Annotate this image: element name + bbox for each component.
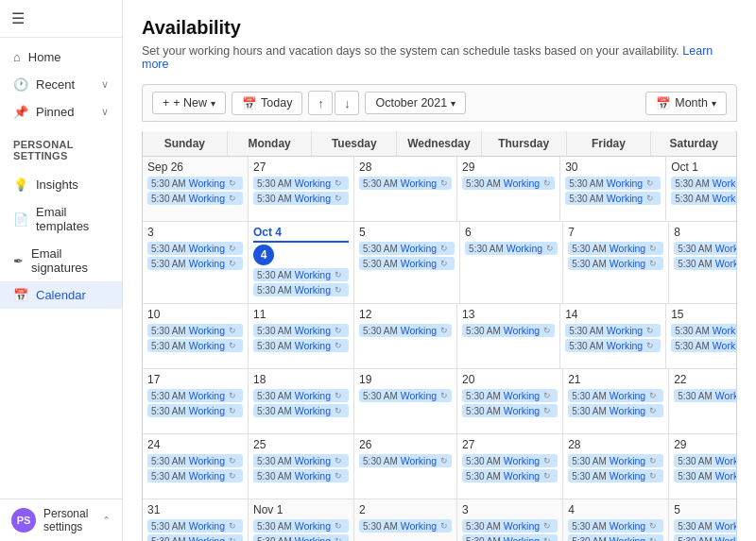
calendar-cell[interactable]: 175:30 AMWorking↻5:30 AMWorking↻ [143, 369, 249, 433]
calendar-cell[interactable]: 295:30 AMWorking↻ [457, 157, 560, 221]
working-slot[interactable]: 5:30 AMWorking↻ [359, 242, 455, 255]
calendar-cell[interactable]: 65:30 AMWorking↻ [460, 222, 563, 303]
working-slot[interactable]: 5:30 AMWorking↻ [462, 177, 555, 190]
working-slot[interactable]: 5:30 AMWorking↻ [147, 389, 243, 402]
working-slot[interactable]: 5:30 AMWorking↻ [674, 242, 737, 255]
calendar-cell[interactable]: 125:30 AMWorking↻ [354, 304, 457, 368]
calendar-cell[interactable]: 55:30 AMWorking↻5:30 AMWorking↻ [354, 222, 460, 303]
calendar-cell[interactable]: 215:30 AMWorking↻5:30 AMWorking↻ [563, 369, 669, 433]
calendar-cell[interactable]: 105:30 AMWorking↻5:30 AMWorking↻ [143, 304, 249, 368]
working-slot[interactable]: 5:30 AMWorking↻ [674, 454, 737, 467]
working-slot[interactable]: 5:30 AMWorking↻ [674, 519, 737, 533]
calendar-cell[interactable]: Nov 15:30 AMWorking↻5:30 AMWorking↻ [249, 499, 354, 541]
next-button[interactable]: ↓ [335, 91, 359, 115]
working-slot[interactable]: 5:30 AMWorking↻ [253, 389, 349, 402]
working-slot[interactable]: 5:30 AMWorking↻ [359, 389, 452, 402]
prev-button[interactable]: ↑ [308, 91, 333, 115]
working-slot[interactable]: 5:30 AMWorking↻ [147, 324, 243, 337]
working-slot[interactable]: 5:30 AMWorking↻ [671, 324, 737, 337]
working-slot[interactable]: 5:30 AMWorking↻ [253, 339, 349, 352]
working-slot[interactable]: 5:30 AMWorking↻ [359, 519, 452, 533]
working-slot[interactable]: 5:30 AMWorking↻ [568, 519, 663, 533]
working-slot[interactable]: 5:30 AMWorking↻ [462, 324, 555, 337]
working-slot[interactable]: 5:30 AMWorking↻ [674, 257, 737, 270]
sidebar-item-recent[interactable]: 🕐 Recent ∨ [0, 71, 122, 98]
working-slot[interactable]: 5:30 AMWorking↻ [462, 389, 558, 402]
working-slot[interactable]: 5:30 AMWorking↻ [568, 389, 663, 402]
calendar-cell[interactable]: 205:30 AMWorking↻5:30 AMWorking↻ [457, 369, 563, 433]
working-slot[interactable]: 5:30 AMWorking↻ [359, 177, 452, 190]
new-button[interactable]: + + New ▾ [152, 92, 226, 114]
working-slot[interactable]: 5:30 AMWorking↻ [147, 519, 243, 533]
working-slot[interactable]: 5:30 AMWorking↻ [462, 534, 558, 541]
working-slot[interactable]: 5:30 AMWorking↻ [568, 257, 663, 270]
calendar-cell[interactable]: 35:30 AMWorking↻5:30 AMWorking↻ [457, 499, 563, 541]
working-slot[interactable]: 5:30 AMWorking↻ [674, 389, 737, 402]
calendar-cell[interactable]: 145:30 AMWorking↻5:30 AMWorking↻ [560, 304, 666, 368]
working-slot[interactable]: 5:30 AMWorking↻ [565, 339, 661, 352]
working-slot[interactable]: 5:30 AMWorking↻ [462, 404, 558, 417]
working-slot[interactable]: 5:30 AMWorking↻ [462, 454, 558, 467]
hamburger-icon[interactable]: ☰ [11, 10, 25, 26]
working-slot[interactable]: 5:30 AMWorking↻ [565, 192, 661, 205]
calendar-cell[interactable]: 225:30 AMWorking↻ [669, 369, 737, 433]
working-slot[interactable]: 5:30 AMWorking↻ [671, 339, 737, 352]
working-slot[interactable]: 5:30 AMWorking↻ [359, 454, 452, 467]
working-slot[interactable]: 5:30 AMWorking↻ [462, 519, 558, 533]
calendar-cell[interactable]: 275:30 AMWorking↻5:30 AMWorking↻ [457, 434, 563, 499]
working-slot[interactable]: 5:30 AMWorking↻ [462, 469, 558, 482]
calendar-cell[interactable]: 25:30 AMWorking↻ [354, 499, 457, 541]
working-slot[interactable]: 5:30 AMWorking↻ [568, 454, 663, 467]
calendar-cell[interactable]: 245:30 AMWorking↻5:30 AMWorking↻ [143, 434, 249, 499]
calendar-cell[interactable]: Sep 265:30 AMWorking↻5:30 AMWorking↻ [143, 157, 249, 221]
working-slot[interactable]: 5:30 AMWorking↻ [253, 534, 349, 541]
calendar-cell[interactable]: 55:30 AMWorking↻5:30 AMWorking↻ [669, 499, 737, 541]
working-slot[interactable]: 5:30 AMWorking↻ [674, 469, 737, 482]
working-slot[interactable]: 5:30 AMWorking↻ [565, 324, 661, 337]
working-slot[interactable]: 5:30 AMWorking↻ [147, 257, 243, 270]
today-button[interactable]: 📅 Today [232, 92, 302, 115]
calendar-cell[interactable]: 275:30 AMWorking↻5:30 AMWorking↻ [249, 157, 354, 221]
calendar-cell[interactable]: 155:30 AMWorking↻5:30 AMWorking↻ [666, 304, 737, 368]
working-slot[interactable]: 5:30 AMWorking↻ [253, 454, 349, 467]
working-slot[interactable]: 5:30 AMWorking↻ [674, 534, 737, 541]
working-slot[interactable]: 5:30 AMWorking↻ [568, 404, 663, 417]
working-slot[interactable]: 5:30 AMWorking↻ [147, 192, 243, 205]
working-slot[interactable]: 5:30 AMWorking↻ [253, 469, 349, 482]
working-slot[interactable]: 5:30 AMWorking↻ [253, 268, 349, 281]
sidebar-item-home[interactable]: ⌂ Home [0, 43, 122, 71]
working-slot[interactable]: 5:30 AMWorking↻ [253, 192, 349, 205]
calendar-cell[interactable]: 75:30 AMWorking↻5:30 AMWorking↻ [563, 222, 669, 303]
calendar-cell[interactable]: 295:30 AMWorking↻5:30 AMWorking↻ [669, 434, 737, 499]
working-slot[interactable]: 5:30 AMWorking↻ [147, 469, 243, 482]
sidebar-item-email-templates[interactable]: 📄 Email templates [0, 198, 122, 240]
calendar-cell[interactable]: 285:30 AMWorking↻ [354, 157, 457, 221]
calendar-cell[interactable]: 315:30 AMWorking↻5:30 AMWorking↻ [143, 499, 249, 541]
sidebar-item-email-signatures[interactable]: ✒ Email signatures [0, 240, 122, 281]
view-selector[interactable]: 📅 Month ▾ [645, 92, 727, 115]
calendar-cell[interactable]: 255:30 AMWorking↻5:30 AMWorking↻ [249, 434, 354, 499]
working-slot[interactable]: 5:30 AMWorking↻ [671, 177, 737, 190]
calendar-cell[interactable]: 285:30 AMWorking↻5:30 AMWorking↻ [563, 434, 669, 499]
calendar-cell[interactable]: 45:30 AMWorking↻5:30 AMWorking↻ [563, 499, 669, 541]
working-slot[interactable]: 5:30 AMWorking↻ [253, 283, 349, 296]
calendar-cell[interactable]: 115:30 AMWorking↻5:30 AMWorking↻ [249, 304, 354, 368]
calendar-cell[interactable]: Oct 15:30 AMWorking↻5:30 AMWorking↻ [666, 157, 737, 221]
working-slot[interactable]: 5:30 AMWorking↻ [568, 534, 663, 541]
working-slot[interactable]: 5:30 AMWorking↻ [465, 242, 558, 255]
calendar-cell[interactable]: 185:30 AMWorking↻5:30 AMWorking↻ [249, 369, 354, 433]
working-slot[interactable]: 5:30 AMWorking↻ [568, 469, 663, 482]
month-selector[interactable]: October 2021 ▾ [365, 92, 466, 114]
calendar-cell[interactable]: Oct 445:30 AMWorking↻5:30 AMWorking↻ [249, 222, 354, 303]
sidebar-item-pinned[interactable]: 📌 Pinned ∨ [0, 98, 122, 126]
working-slot[interactable]: 5:30 AMWorking↻ [359, 257, 455, 270]
calendar-cell[interactable]: 135:30 AMWorking↻ [457, 304, 560, 368]
working-slot[interactable]: 5:30 AMWorking↻ [147, 454, 243, 467]
calendar-cell[interactable]: 195:30 AMWorking↻ [354, 369, 457, 433]
working-slot[interactable]: 5:30 AMWorking↻ [253, 324, 349, 337]
working-slot[interactable]: 5:30 AMWorking↻ [147, 177, 243, 190]
working-slot[interactable]: 5:30 AMWorking↻ [147, 242, 243, 255]
sidebar-item-calendar[interactable]: 📅 Calendar [0, 281, 122, 309]
sidebar-bottom[interactable]: PS Personal settings ⌃ [0, 499, 122, 541]
working-slot[interactable]: 5:30 AMWorking↻ [147, 339, 243, 352]
